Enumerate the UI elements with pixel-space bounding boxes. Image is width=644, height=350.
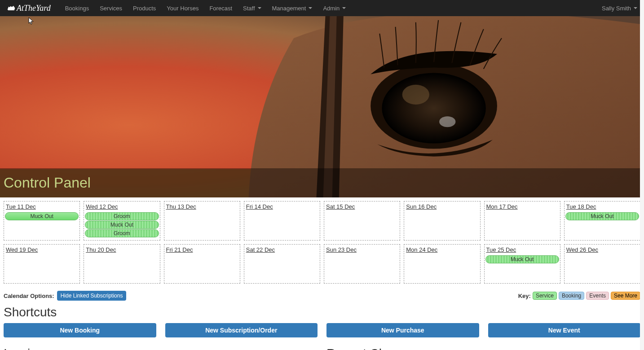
calendar-day: Tue 25 DecMuck Out	[484, 244, 560, 284]
new-event-button[interactable]: New Event	[488, 323, 641, 337]
day-header-link[interactable]: Thu 13 Dec	[165, 202, 197, 212]
key-label: Key:	[518, 293, 531, 299]
calendar-day: Sun 16 Dec	[404, 201, 480, 241]
calendar-day: Fri 14 Dec	[244, 201, 320, 241]
day-header-link[interactable]: Sun 23 Dec	[325, 245, 357, 255]
day-header-link[interactable]: Sat 22 Dec	[245, 245, 276, 255]
nav-label: Admin	[323, 5, 340, 12]
nav-management[interactable]: Management	[272, 5, 313, 12]
invoices-section: Invoices	[4, 346, 318, 350]
brand-text: AtTheYard	[17, 4, 51, 13]
nav-your-horses[interactable]: Your Horses	[167, 5, 198, 12]
calendar-day: Mon 24 Dec	[404, 244, 480, 284]
hero-banner: Control Panel	[0, 16, 644, 197]
nav-label: Management	[272, 5, 306, 12]
nav-label: Staff	[243, 5, 255, 12]
calendar-day: Wed 26 Dec	[564, 244, 640, 284]
day-header-link[interactable]: Wed 12 Dec	[85, 202, 119, 212]
horse-icon	[7, 5, 16, 11]
day-header-link[interactable]: Sun 16 Dec	[405, 202, 437, 212]
recent-charges-section: Recent Charges	[326, 346, 640, 350]
user-name: Sally Smith	[602, 5, 631, 12]
nav-label: Bookings	[65, 5, 89, 12]
nav-label: Services	[100, 5, 122, 12]
calendar-day: Tue 11 DecMuck Out	[4, 201, 80, 241]
shortcuts-heading: Shortcuts	[4, 305, 640, 319]
new-booking-button[interactable]: New Booking	[4, 323, 156, 337]
calendar-day: Thu 20 Dec	[84, 244, 160, 284]
navbar: AtTheYard BookingsServicesProductsYour H…	[0, 0, 644, 16]
calendar-day: Sat 22 Dec	[244, 244, 320, 284]
svg-point-3	[382, 73, 485, 144]
key-booking-badge: Booking	[559, 292, 584, 300]
day-header-link[interactable]: Wed 26 Dec	[565, 245, 599, 255]
key-seemore-button[interactable]: See More	[611, 292, 640, 300]
nav-staff[interactable]: Staff	[243, 5, 261, 12]
calendar-day: Tue 18 DecMuck Out	[564, 201, 640, 241]
svg-point-4	[402, 85, 429, 105]
calendar-options-label: Calendar Options:	[4, 293, 54, 299]
calendar-day: Sun 23 Dec	[324, 244, 400, 284]
nav-products[interactable]: Products	[133, 5, 156, 12]
nav-forecast[interactable]: Forecast	[209, 5, 232, 12]
brand-logo[interactable]: AtTheYard	[7, 4, 51, 13]
recent-charges-heading: Recent Charges	[326, 346, 640, 350]
calendar-event[interactable]: Groom	[85, 212, 159, 220]
chevron-down-icon	[634, 7, 637, 9]
calendar-event[interactable]: Muck Out	[85, 221, 159, 229]
day-header-link[interactable]: Tue 18 Dec	[565, 202, 597, 212]
calendar-event[interactable]: Muck Out	[5, 212, 79, 220]
calendar-event[interactable]: Groom	[85, 229, 159, 237]
calendar-key: Key: Service Booking Events See More	[518, 292, 640, 300]
scrollbar[interactable]	[640, 0, 644, 350]
calendar-event[interactable]: Muck Out	[485, 255, 559, 263]
day-header-link[interactable]: Tue 11 Dec	[5, 202, 37, 212]
user-menu[interactable]: Sally Smith	[602, 5, 637, 12]
invoices-heading: Invoices	[4, 346, 318, 350]
nav-label: Products	[133, 5, 156, 12]
day-header-link[interactable]: Fri 14 Dec	[245, 202, 274, 212]
nav-bookings[interactable]: Bookings	[65, 5, 89, 12]
day-header-link[interactable]: Thu 20 Dec	[85, 245, 117, 255]
new-subscription-order-button[interactable]: New Subscription/Order	[165, 323, 318, 337]
nav-label: Your Horses	[167, 5, 198, 12]
calendar-day: Mon 17 Dec	[484, 201, 560, 241]
key-events-badge: Events	[586, 292, 609, 300]
day-header-link[interactable]: Mon 24 Dec	[405, 245, 438, 255]
day-header-link[interactable]: Mon 17 Dec	[485, 202, 519, 212]
calendar-day: Wed 19 Dec	[4, 244, 80, 284]
chevron-down-icon	[342, 7, 346, 9]
page-title: Control Panel	[4, 175, 640, 191]
new-purchase-button[interactable]: New Purchase	[326, 323, 479, 337]
calendar-event[interactable]: Muck Out	[565, 212, 639, 220]
chevron-down-icon	[258, 7, 261, 9]
cursor-icon	[28, 17, 35, 26]
day-header-link[interactable]: Sat 15 Dec	[325, 202, 356, 212]
chevron-down-icon	[309, 7, 312, 9]
calendar-day: Thu 13 Dec	[164, 201, 240, 241]
nav-services[interactable]: Services	[100, 5, 122, 12]
day-header-link[interactable]: Fri 21 Dec	[165, 245, 194, 255]
calendar-day: Fri 21 Dec	[164, 244, 240, 284]
calendar-options: Calendar Options: Hide Linked Subscripti…	[4, 291, 126, 301]
day-header-link[interactable]: Wed 19 Dec	[5, 245, 39, 255]
hero-title-bar: Control Panel	[0, 168, 644, 197]
key-service-badge: Service	[533, 292, 557, 300]
nav-label: Forecast	[209, 5, 232, 12]
day-header-link[interactable]: Tue 25 Dec	[485, 245, 517, 255]
calendar-day: Wed 12 DecGroomMuck OutGroom	[84, 201, 160, 241]
calendar-day: Sat 15 Dec	[324, 201, 400, 241]
nav-admin[interactable]: Admin	[323, 5, 346, 12]
svg-point-5	[439, 116, 455, 127]
calendar: Tue 11 DecMuck OutWed 12 DecGroomMuck Ou…	[0, 197, 644, 291]
hide-linked-subscriptions-button[interactable]: Hide Linked Subscriptions	[57, 291, 127, 301]
shortcuts-section: Shortcuts New BookingNew Subscription/Or…	[0, 305, 644, 337]
